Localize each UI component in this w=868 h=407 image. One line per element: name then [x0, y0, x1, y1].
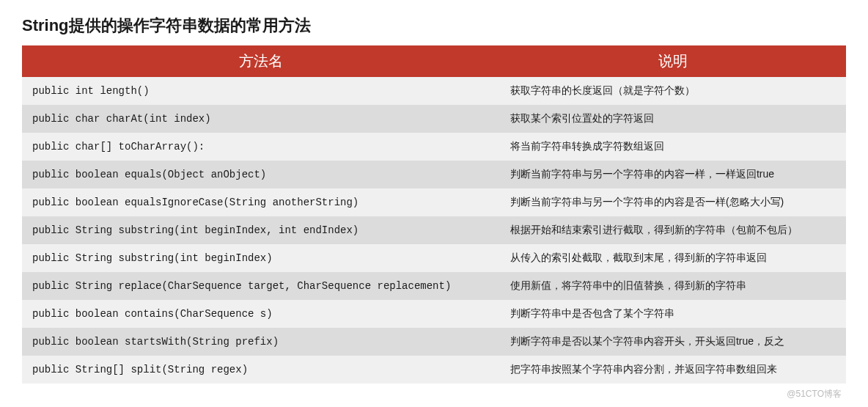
table-row: public int length() 获取字符串的长度返回（就是字符个数）: [22, 77, 846, 105]
table-row: public boolean contains(CharSequence s) …: [22, 300, 846, 328]
desc-cell: 从传入的索引处截取，截取到末尾，得到新的字符串返回: [500, 244, 846, 272]
desc-cell: 判断当前字符串与另一个字符串的内容一样，一样返回true: [500, 161, 846, 188]
desc-cell: 判断字符串是否以某个字符串内容开头，开头返回true，反之: [500, 328, 846, 356]
table-header-row: 方法名 说明: [22, 45, 846, 77]
table-row: public String substring(int beginIndex, …: [22, 216, 846, 244]
method-cell: public boolean contains(CharSequence s): [22, 300, 500, 328]
method-cell: public boolean equalsIgnoreCase(String a…: [22, 188, 500, 216]
methods-table: 方法名 说明 public int length() 获取字符串的长度返回（就是…: [22, 45, 846, 384]
desc-cell: 把字符串按照某个字符串内容分割，并返回字符串数组回来: [500, 356, 846, 384]
method-cell: public boolean equals(Object anObject): [22, 161, 500, 188]
table-row: public boolean equals(Object anObject) 判…: [22, 161, 846, 188]
table-row: public boolean equalsIgnoreCase(String a…: [22, 188, 846, 216]
method-cell: public char charAt(int index): [22, 105, 500, 133]
table-row: public String substring(int beginIndex) …: [22, 244, 846, 272]
desc-cell: 获取字符串的长度返回（就是字符个数）: [500, 77, 846, 105]
watermark-text: @51CTO博客: [22, 388, 846, 400]
table-row: public char[] toCharArray(): 将当前字符串转换成字符…: [22, 133, 846, 161]
method-cell: public String substring(int beginIndex): [22, 244, 500, 272]
method-cell: public String substring(int beginIndex, …: [22, 216, 500, 244]
table-row: public String[] split(String regex) 把字符串…: [22, 356, 846, 384]
desc-cell: 使用新值，将字符串中的旧值替换，得到新的字符串: [500, 272, 846, 300]
table-row: public boolean startsWith(String prefix)…: [22, 328, 846, 356]
table-row: public String replace(CharSequence targe…: [22, 272, 846, 300]
method-cell: public char[] toCharArray():: [22, 133, 500, 161]
method-cell: public int length(): [22, 77, 500, 105]
desc-cell: 根据开始和结束索引进行截取，得到新的字符串（包前不包后）: [500, 216, 846, 244]
method-cell: public boolean startsWith(String prefix): [22, 328, 500, 356]
desc-cell: 获取某个索引位置处的字符返回: [500, 105, 846, 133]
method-cell: public String[] split(String regex): [22, 356, 500, 384]
header-description: 说明: [500, 45, 846, 77]
desc-cell: 将当前字符串转换成字符数组返回: [500, 133, 846, 161]
method-cell: public String replace(CharSequence targe…: [22, 272, 500, 300]
desc-cell: 判断当前字符串与另一个字符串的内容是否一样(忽略大小写): [500, 188, 846, 216]
table-row: public char charAt(int index) 获取某个索引位置处的…: [22, 105, 846, 133]
desc-cell: 判断字符串中是否包含了某个字符串: [500, 300, 846, 328]
header-method: 方法名: [22, 45, 500, 77]
page-title: String提供的操作字符串数据的常用方法: [22, 15, 846, 37]
